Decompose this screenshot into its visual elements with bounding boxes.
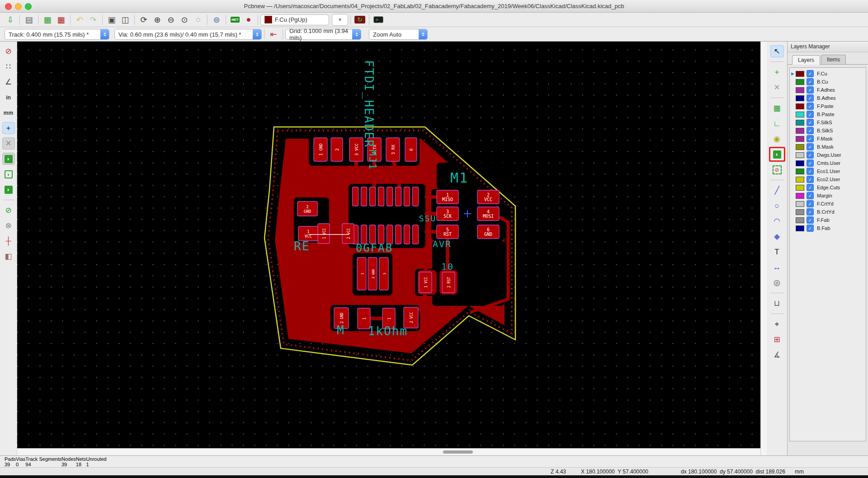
B.Mask[interactable]: ▶ ✓ B.Mask: [790, 143, 866, 151]
horizontal-scrollbar-thumb[interactable]: [443, 450, 473, 454]
B.Paste[interactable]: ▶ ✓ B.Paste: [790, 110, 866, 118]
Edge.Cuts[interactable]: ▶ ✓ Edge.Cuts: [790, 183, 866, 192]
layer-visibility-checkbox[interactable]: ✓: [807, 127, 814, 134]
add-target-button[interactable]: ◎: [770, 276, 784, 289]
high-contrast-button[interactable]: ┼: [2, 235, 15, 247]
cursor-shape-button[interactable]: +: [2, 122, 15, 134]
layer-select-chevron-button[interactable]: ▾: [332, 14, 348, 26]
select-tool-button[interactable]: ↖: [770, 45, 784, 57]
F.CrtYd[interactable]: ▶ ✓ F.CrtYd: [790, 200, 866, 208]
layer-color-swatch[interactable]: [796, 217, 804, 223]
F.Adhes[interactable]: ▶ ✓ F.Adhes: [790, 86, 866, 94]
active-layer-select[interactable]: F.Cu (PgUp): [260, 14, 329, 25]
footprint-editor-button[interactable]: ▦: [41, 14, 54, 26]
layer-visibility-checkbox[interactable]: ✓: [807, 78, 814, 85]
layer-visibility-checkbox[interactable]: ✓: [807, 184, 814, 191]
add-circle-button[interactable]: ○: [770, 200, 784, 212]
close-window-button[interactable]: [5, 3, 12, 10]
horizontal-scrollbar[interactable]: [17, 448, 760, 455]
zoom-in-button[interactable]: ⊕: [151, 14, 164, 26]
add-zone-button[interactable]: ◗: [770, 148, 784, 160]
delete-tool-button[interactable]: ⊔: [770, 297, 784, 309]
undo-button[interactable]: ↶: [73, 14, 86, 26]
minimize-window-button[interactable]: [15, 3, 22, 10]
add-arc-button[interactable]: ◠: [770, 215, 784, 227]
B.Cu[interactable]: ▶ ✓ B.Cu: [790, 78, 866, 86]
layer-color-swatch[interactable]: [796, 71, 804, 77]
vias-sketch-button[interactable]: ⊘: [2, 204, 15, 216]
Eco2.User[interactable]: ▶ ✓ Eco2.User: [790, 175, 866, 183]
layer-color-swatch[interactable]: [796, 209, 804, 215]
highlight-net-button[interactable]: +: [770, 66, 784, 78]
layer-visibility-checkbox[interactable]: ✓: [807, 119, 814, 126]
drill-origin-button[interactable]: ⌖: [770, 318, 784, 330]
layer-visibility-checkbox[interactable]: ✓: [807, 176, 814, 183]
tab-items[interactable]: Items: [821, 55, 846, 64]
track-width-icon[interactable]: ⇤: [267, 28, 280, 40]
B.Fab[interactable]: ▶ ✓ B.Fab: [790, 224, 866, 232]
layer-visibility-checkbox[interactable]: ✓: [807, 159, 814, 167]
grid-origin-button[interactable]: ⊞: [770, 333, 784, 346]
add-polygon-button[interactable]: ◆: [770, 230, 784, 243]
via-size-select[interactable]: Via: 0.60 mm (23.6 mils)/ 0.40 mm (15.7 …: [114, 29, 262, 40]
layer-color-swatch[interactable]: [796, 128, 804, 134]
route-tracks-button[interactable]: ∟: [770, 117, 784, 130]
layer-visibility-checkbox[interactable]: ✓: [807, 151, 814, 159]
grid-visibility-button[interactable]: ∷: [2, 61, 15, 73]
local-ratsnest-button[interactable]: ✕: [770, 81, 784, 94]
layer-visibility-checkbox[interactable]: ✓: [807, 70, 814, 77]
layer-color-swatch[interactable]: [796, 177, 804, 183]
zones-outline-button[interactable]: ◗: [2, 168, 15, 180]
polar-coords-button[interactable]: ∠: [2, 76, 15, 88]
redo-button[interactable]: ↷: [86, 14, 100, 26]
redraw-button[interactable]: ⟳: [137, 14, 151, 26]
layer-visibility-checkbox[interactable]: ✓: [807, 216, 814, 224]
zoom-fit-button[interactable]: ⊙: [178, 14, 191, 26]
layer-color-swatch[interactable]: [796, 112, 804, 117]
layer-color-swatch[interactable]: [796, 193, 804, 199]
track-width-select[interactable]: Track: 0.400 mm (15.75 mils) *: [5, 29, 109, 40]
grid-size-select[interactable]: Grid: 0.1000 mm (3.94 mils): [285, 29, 361, 40]
stepper-icon[interactable]: [253, 29, 261, 39]
layer-visibility-checkbox[interactable]: ✓: [807, 168, 814, 175]
layer-visibility-checkbox[interactable]: ✓: [807, 86, 814, 94]
add-dimension-button[interactable]: ↔: [770, 261, 784, 273]
Eco1.User[interactable]: ▶ ✓ Eco1.User: [790, 167, 866, 175]
layer-color-swatch[interactable]: [796, 120, 804, 126]
layer-color-swatch[interactable]: [796, 144, 804, 150]
layer-visibility-checkbox[interactable]: ✓: [807, 94, 814, 102]
F.Fab[interactable]: ▶ ✓ F.Fab: [790, 216, 866, 224]
microwave-tools-button[interactable]: ◧: [2, 250, 15, 262]
add-via-button[interactable]: ◉: [770, 133, 784, 145]
page-settings-button[interactable]: ▤: [22, 14, 36, 26]
drc-button[interactable]: ●: [242, 14, 255, 26]
layer-color-swatch[interactable]: [796, 160, 804, 166]
maximize-window-button[interactable]: [25, 3, 32, 10]
update-pcb-button[interactable]: ↻: [353, 14, 367, 26]
tab-layers[interactable]: Layers: [792, 55, 820, 65]
layer-visibility-checkbox[interactable]: ✓: [807, 208, 814, 216]
F.Paste[interactable]: ▶ ✓ F.Paste: [790, 102, 866, 110]
add-footprint-button[interactable]: ▦: [770, 102, 784, 114]
Margin[interactable]: ▶ ✓ Margin: [790, 192, 866, 200]
layer-visibility-checkbox[interactable]: ✓: [807, 111, 814, 118]
scripting-console-button[interactable]: >_: [372, 14, 385, 26]
add-text-button[interactable]: T: [770, 246, 784, 258]
layer-color-swatch[interactable]: [796, 225, 804, 231]
layer-color-swatch[interactable]: [796, 95, 804, 101]
pcb-canvas[interactable]: 1 GND23 VCC4 TX5 RX61MISO2VCC3SCK4MOSI5R…: [17, 42, 760, 448]
ratsnest-button[interactable]: ✕: [2, 137, 15, 150]
measure-tool-button[interactable]: ∡: [770, 349, 784, 361]
zoom-out-button[interactable]: ⊖: [164, 14, 178, 26]
layer-visibility-checkbox[interactable]: ✓: [807, 225, 814, 232]
vertical-scrollbar[interactable]: [760, 42, 767, 455]
layer-color-swatch[interactable]: [796, 103, 804, 109]
units-mm-button[interactable]: mm: [2, 107, 15, 119]
Cmts.User[interactable]: ▶ ✓ Cmts.User: [790, 159, 866, 167]
B.CrtYd[interactable]: ▶ ✓ B.CrtYd: [790, 208, 866, 216]
layer-visibility-checkbox[interactable]: ✓: [807, 103, 814, 110]
F.Mask[interactable]: ▶ ✓ F.Mask: [790, 135, 866, 143]
B.Adhes[interactable]: ▶ ✓ B.Adhes: [790, 94, 866, 102]
layer-visibility-checkbox[interactable]: ✓: [807, 200, 814, 207]
layer-color-swatch[interactable]: [796, 169, 804, 174]
